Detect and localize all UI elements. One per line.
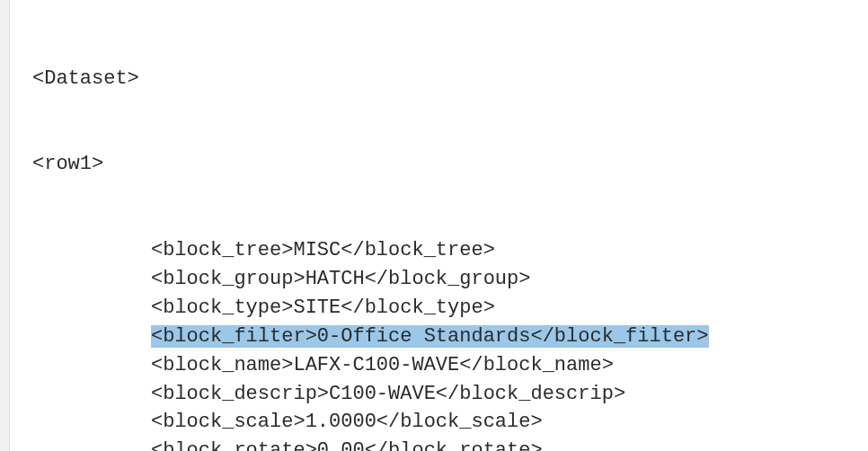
xml-tag-block_type: <block_type>SITE</block_type>	[151, 296, 495, 319]
xml-line-block_type: <block_type>SITE</block_type>	[16, 294, 709, 323]
xml-line-block_descrip: <block_descrip>C100-WAVE</block_descrip>	[16, 380, 709, 409]
xml-line-block_filter: <block_filter>0-Office Standards</block_…	[16, 323, 709, 351]
xml-tag-block_group: <block_group>HATCH</block_group>	[151, 268, 530, 290]
xml-code-block[interactable]: <Dataset> <row1> <block_tree>MISC</block…	[16, 7, 709, 451]
xml-line-block_rotate: <block_rotate>0.00</block_rotate>	[16, 437, 709, 451]
xml-tag-block_tree: <block_tree>MISC</block_tree>	[151, 239, 495, 261]
xml-child-lines: <block_tree>MISC</block_tree><block_grou…	[16, 236, 709, 451]
xml-tag-block_scale: <block_scale>1.0000</block_scale>	[151, 411, 543, 433]
xml-line-block_name: <block_name>LAFX-C100-WAVE</block_name>	[16, 351, 709, 380]
xml-tag-block_name: <block_name>LAFX-C100-WAVE</block_name>	[151, 354, 614, 376]
xml-tag-block_rotate: <block_rotate>0.00</block_rotate>	[151, 439, 543, 451]
xml-line-block_tree: <block_tree>MISC</block_tree>	[16, 236, 709, 265]
xml-tag-block_descrip: <block_descrip>C100-WAVE</block_descrip>	[151, 383, 625, 405]
xml-line-block_scale: <block_scale>1.0000</block_scale>	[16, 408, 709, 437]
editor-gutter	[0, 0, 10, 451]
xml-dataset-open: <Dataset>	[16, 65, 709, 93]
xml-row1-open: <row1>	[16, 150, 709, 179]
xml-line-block_group: <block_group>HATCH</block_group>	[16, 265, 709, 294]
xml-tag-block_filter: <block_filter>0-Office Standards</block_…	[151, 325, 709, 348]
